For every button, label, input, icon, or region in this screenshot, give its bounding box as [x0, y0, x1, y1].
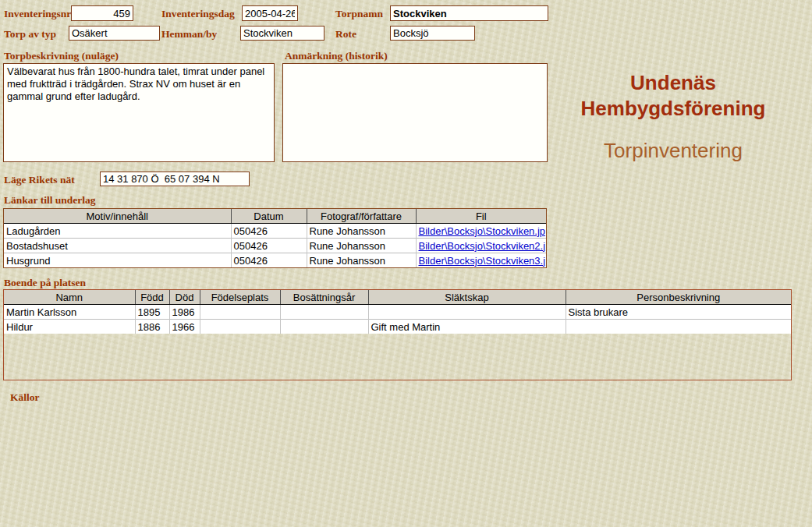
col-fotograf: Fotograf/författare: [307, 209, 416, 224]
cell-slaktskap: Gift med Martin: [368, 320, 566, 334]
cell-namn: Hildur: [4, 320, 135, 334]
cell-fil: Bilder\Bocksjo\Stockviken3.j: [416, 253, 546, 268]
cell-dod: 1986: [169, 305, 200, 320]
links-table: Motiv/innehåll Datum Fotograf/författare…: [3, 208, 547, 268]
col-dod: Död: [169, 290, 200, 305]
boende-row: Martin Karlsson 1895 1986 Sista brukare: [4, 305, 791, 320]
inventeringsdag-input[interactable]: [242, 5, 298, 21]
cell-fodelseplats: [200, 320, 280, 334]
rote-label: Rote: [335, 28, 356, 41]
org-name-line1: Undenäs: [555, 70, 791, 96]
boende-header-row: Namn Född Död Födelseplats Bosättningsår…: [4, 290, 791, 305]
lage-rikets-nat-input[interactable]: [100, 172, 250, 186]
kallor-label: Källor: [10, 391, 40, 404]
app-title: Torpinventering: [555, 139, 791, 162]
col-personbeskrivning: Personbeskrivning: [566, 290, 791, 305]
cell-personbeskrivning: [566, 320, 791, 334]
cell-bosattningsar: [280, 305, 368, 320]
cell-motiv: Ladugården: [4, 224, 231, 239]
cell-personbeskrivning: Sista brukare: [566, 305, 791, 320]
torpinventering-form: Inventeringsnr Inventeringsdag Torpnamn …: [0, 0, 812, 527]
inventeringsnr-input[interactable]: [71, 5, 133, 21]
cell-fotograf: Rune Johansson: [307, 224, 416, 239]
cell-bosattningsar: [280, 320, 368, 334]
cell-fodelseplats: [200, 305, 280, 320]
cell-fil: Bilder\Bocksjo\Stockviken2.j: [416, 239, 546, 253]
links-header-row: Motiv/innehåll Datum Fotograf/författare…: [4, 209, 546, 224]
cell-datum: 050426: [231, 253, 307, 268]
cell-datum: 050426: [231, 239, 307, 253]
cell-motiv: Bostadshuset: [4, 239, 231, 253]
hemman-by-label: Hemman/by: [161, 28, 217, 41]
links-row: Husgrund 050426 Rune Johansson Bilder\Bo…: [4, 253, 546, 268]
col-bosattningsar: Bosättningsår: [280, 290, 368, 305]
torp-av-typ-input[interactable]: [69, 26, 160, 41]
boende-heading: Boende på platsen: [4, 277, 86, 289]
links-row: Bostadshuset 050426 Rune Johansson Bilde…: [4, 239, 546, 253]
cell-dod: 1966: [169, 320, 200, 334]
links-row: Ladugården 050426 Rune Johansson Bilder\…: [4, 224, 546, 239]
cell-fodd: 1895: [135, 305, 169, 320]
branding-block: Undenäs Hembygdsförening Torpinventering: [555, 70, 791, 162]
torpbeskrivning-textarea[interactable]: Välbevarat hus från 1800-hundra talet, t…: [3, 63, 275, 162]
file-link[interactable]: Bilder\Bocksjo\Stockviken3.j: [419, 255, 546, 267]
torpnamn-label: Torpnamn: [335, 8, 383, 20]
torpbeskrivning-label: Torpbeskrivning (nuläge): [4, 50, 119, 62]
file-link[interactable]: Bilder\Bocksjo\Stockviken.jp: [419, 225, 546, 237]
cell-namn: Martin Karlsson: [4, 305, 135, 320]
cell-datum: 050426: [231, 224, 307, 239]
cell-fil: Bilder\Bocksjo\Stockviken.jp: [416, 224, 546, 239]
anmarkning-textarea[interactable]: [282, 63, 548, 162]
file-link[interactable]: Bilder\Bocksjo\Stockviken2.j: [419, 240, 546, 252]
col-slaktskap: Släktskap: [368, 290, 566, 305]
boende-table: Namn Född Död Födelseplats Bosättningsår…: [3, 289, 792, 380]
cell-slaktskap: [368, 305, 566, 320]
hemman-by-input[interactable]: [240, 26, 324, 41]
inventeringsdag-label: Inventeringsdag: [161, 8, 235, 20]
cell-motiv: Husgrund: [4, 253, 231, 268]
org-name-line2: Hembygdsförening: [555, 96, 791, 122]
boende-row: Hildur 1886 1966 Gift med Martin: [4, 320, 791, 334]
lage-rikets-nat-label: Läge Rikets nät: [4, 174, 75, 186]
rote-input[interactable]: [390, 26, 475, 41]
col-fil: Fil: [416, 209, 546, 224]
col-fodd: Född: [135, 290, 169, 305]
col-namn: Namn: [4, 290, 135, 305]
cell-fotograf: Rune Johansson: [307, 253, 416, 268]
torp-av-typ-label: Torp av typ: [4, 28, 56, 41]
col-motiv: Motiv/innehåll: [4, 209, 231, 224]
cell-fotograf: Rune Johansson: [307, 239, 416, 253]
inventeringsnr-label: Inventeringsnr: [4, 8, 71, 20]
lankar-heading: Länkar till underlag: [4, 194, 96, 207]
anmarkning-label: Anmärkning (historik): [285, 50, 388, 62]
col-datum: Datum: [231, 209, 307, 224]
col-fodelseplats: Födelseplats: [200, 290, 280, 305]
torpnamn-input[interactable]: [390, 5, 548, 21]
cell-fodd: 1886: [135, 320, 169, 334]
